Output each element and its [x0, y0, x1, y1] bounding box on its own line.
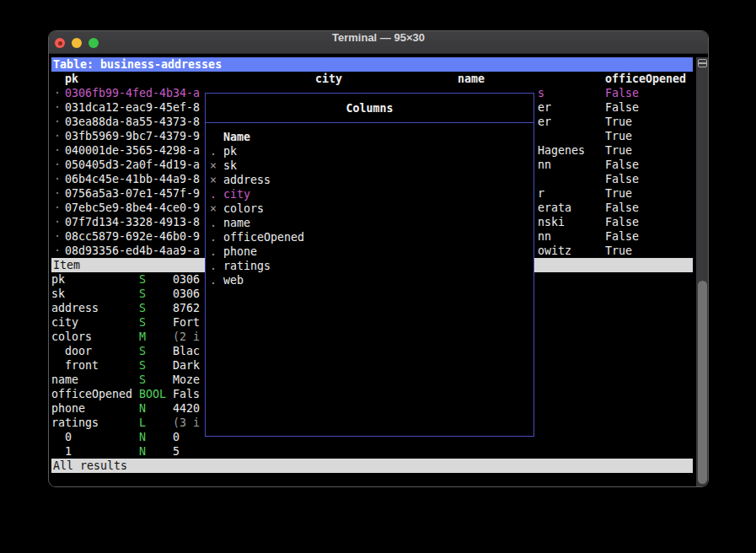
row-bullet-icon: ·	[54, 229, 61, 244]
dialog-title: Columns	[206, 101, 533, 115]
attribute-name: colors	[51, 330, 92, 344]
dialog-item-city[interactable]: .city	[206, 187, 533, 201]
cell-pk: 040001de-3565-4298-a	[65, 143, 200, 158]
item-marker-icon: .	[210, 230, 217, 244]
item-label: colors	[223, 201, 264, 216]
row-bullet-icon: ·	[54, 186, 61, 201]
cell-name: nn	[538, 158, 551, 172]
cell-officeOpened: True	[605, 129, 632, 143]
attribute-name: address	[51, 301, 99, 315]
cell-name: er	[538, 115, 551, 129]
split-pane-icon[interactable]	[698, 59, 707, 67]
cell-officeOpened: False	[605, 172, 639, 186]
dialog-item-pk[interactable]: .pk	[206, 144, 533, 158]
attribute-type: M	[139, 330, 146, 344]
cell-officeOpened: False	[605, 86, 639, 100]
attribute-type: S	[139, 272, 146, 287]
column-header-city: city	[315, 72, 342, 86]
attribute-name: pk	[51, 272, 65, 287]
dialog-column-header: Name	[223, 130, 250, 144]
row-bullet-icon: ·	[54, 143, 61, 158]
dialog-item-colors[interactable]: ×colors	[206, 201, 533, 216]
attribute-value: Dark	[173, 358, 200, 373]
row-bullet-icon: ·	[54, 86, 61, 100]
scrollbar-track[interactable]	[696, 57, 709, 487]
attribute-value: Fort	[173, 315, 200, 330]
item-label: city	[223, 187, 250, 201]
cell-name: r	[538, 186, 544, 201]
dialog-item-address[interactable]: ×address	[206, 173, 533, 187]
window-title: Terminal — 95×30	[49, 31, 708, 54]
item-label: ratings	[223, 259, 271, 273]
row-bullet-icon: ·	[54, 100, 61, 115]
item-label: sk	[223, 158, 237, 173]
cell-pk: 0306fb99-4fed-4b34-a	[65, 86, 200, 100]
cell-officeOpened: False	[605, 229, 639, 244]
attribute-value: Moze	[173, 373, 200, 387]
attribute-name: city	[51, 315, 78, 330]
dialog-item-web[interactable]: .web	[206, 273, 533, 287]
row-bullet-icon: ·	[54, 215, 61, 229]
dialog-item-name[interactable]: .name	[206, 216, 533, 230]
cell-officeOpened: False	[605, 201, 639, 215]
item-label: pk	[223, 144, 237, 158]
cell-officeOpened: False	[605, 215, 639, 229]
item-marker-icon: .	[210, 216, 217, 230]
attribute-type: S	[139, 315, 146, 330]
attribute-name: officeOpened	[51, 387, 132, 401]
cell-officeOpened: True	[605, 143, 632, 158]
dialog-item-officeOpened[interactable]: .officeOpened	[206, 230, 533, 244]
status-bar: All results	[51, 459, 693, 473]
attribute-value: 0306	[173, 287, 200, 301]
attribute-name: door	[65, 344, 92, 358]
row-bullet-icon: ·	[54, 158, 61, 172]
attribute-name: ratings	[51, 416, 99, 430]
column-header-name: name	[458, 72, 485, 86]
item-label: address	[223, 173, 271, 187]
scrollbar-thumb[interactable]	[698, 281, 707, 484]
item-label: officeOpened	[223, 230, 304, 244]
cell-officeOpened: True	[605, 186, 632, 201]
table-header-bar: Table: business-addresses	[51, 57, 693, 72]
terminal-window: Terminal — 95×30 Table: business-address…	[48, 30, 709, 487]
attribute-name: name	[51, 373, 78, 387]
cell-pk: 06b4c45e-41bb-44a9-8	[65, 172, 200, 186]
cell-officeOpened: True	[605, 115, 632, 129]
cell-pk: 08d93356-ed4b-4aa9-a	[65, 244, 200, 258]
item-marker-icon: ×	[210, 158, 217, 173]
row-bullet-icon: ·	[54, 115, 61, 129]
dialog-item-ratings[interactable]: .ratings	[206, 259, 533, 273]
table-column-headers: pk city name officeOpened	[51, 72, 693, 86]
cell-name: er	[538, 100, 551, 115]
attribute-type: N	[139, 444, 146, 459]
attribute-type: N	[139, 401, 146, 416]
row-bullet-icon: ·	[54, 172, 61, 186]
attribute-value: 0	[173, 430, 180, 444]
cell-name: nn	[538, 229, 551, 244]
terminal-screen[interactable]: Table: business-addresses pk city name o…	[51, 57, 693, 487]
window-titlebar[interactable]: Terminal — 95×30	[49, 31, 708, 54]
cell-pk: 07ebc5e9-8be4-4ce0-9	[65, 201, 200, 215]
item-marker-icon: .	[210, 187, 217, 201]
dialog-item-phone[interactable]: .phone	[206, 244, 533, 259]
item-marker-icon: .	[210, 144, 217, 158]
cell-pk: 03ea88da-8a55-4373-8	[65, 115, 200, 129]
attribute-type: S	[139, 344, 146, 358]
columns-dialog: Columns Name .pk×sk×address.city×colors.…	[205, 93, 534, 437]
attribute-name: 1	[65, 444, 72, 459]
attribute-name: front	[65, 358, 99, 373]
cell-name: owitz	[538, 244, 571, 258]
attribute-value: 4420	[173, 401, 200, 416]
item-marker-icon: .	[210, 259, 217, 273]
attribute-type: S	[139, 358, 146, 373]
cell-name: s	[538, 86, 544, 100]
item-attribute-row: 1N5	[51, 444, 693, 459]
attribute-name: phone	[51, 401, 85, 416]
attribute-type: L	[139, 416, 146, 430]
item-marker-icon: .	[210, 244, 217, 259]
attribute-type: S	[139, 287, 146, 301]
dialog-item-sk[interactable]: ×sk	[206, 158, 533, 173]
attribute-type: S	[139, 301, 146, 315]
attribute-type: S	[139, 373, 146, 387]
attribute-value: (2 i	[173, 330, 200, 344]
